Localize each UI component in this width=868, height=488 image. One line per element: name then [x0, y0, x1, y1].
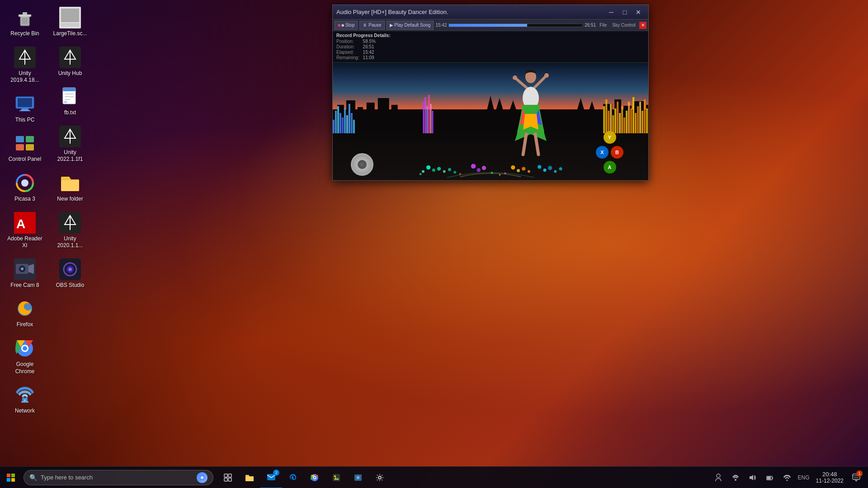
desktop-icon-adobe-reader[interactable]: A Adobe Reader XI — [5, 210, 45, 252]
svg-rect-149 — [7, 474, 10, 477]
progress-bar-container[interactable] — [448, 23, 583, 27]
svg-point-31 — [23, 346, 27, 351]
battery-icon — [766, 474, 774, 481]
desktop-icon-control-panel[interactable]: Control Panel — [5, 130, 45, 165]
folder-icon — [245, 474, 254, 482]
progress-area: 15:42 26:51 — [435, 23, 596, 28]
icon-label-recycle-bin: Recycle Bin — [10, 30, 39, 38]
close-button[interactable]: ✕ — [632, 7, 645, 17]
desktop-icon-free-cam-8[interactable]: Free Cam 8 — [5, 256, 45, 291]
svg-rect-156 — [228, 474, 231, 477]
settings-taskbar-button[interactable] — [369, 467, 391, 488]
svg-rect-85 — [342, 117, 344, 133]
svg-rect-151 — [7, 478, 10, 482]
desktop-icon-google-chrome[interactable]: Google Chrome — [5, 335, 45, 377]
player-toolbar: ■ ■ Stop ⏸ Pause ▶ Play Default Song 15:… — [333, 19, 648, 31]
tray-battery-icon[interactable] — [762, 467, 778, 488]
desktop-icon-picasa[interactable]: Picasa 3 — [5, 170, 45, 205]
search-placeholder-text: Type here to search — [41, 474, 197, 481]
tray-people-icon[interactable] — [710, 467, 726, 488]
mail-taskbar-button[interactable]: 2 — [260, 467, 282, 488]
audio-player-window: Audio Player [HD+] Beauty Dancer Edition… — [332, 5, 649, 181]
minimize-button[interactable]: ─ — [605, 7, 618, 17]
edge-taskbar-button[interactable] — [282, 467, 304, 488]
svg-point-19 — [21, 179, 28, 187]
ground-elements-svg — [349, 125, 632, 178]
photo-taskbar-button[interactable] — [347, 467, 369, 488]
volume-icon — [749, 474, 756, 481]
notification-center-button[interactable]: 1 — [848, 467, 864, 488]
icon-label-picasa: Picasa 3 — [14, 196, 35, 203]
chrome-taskbar-icon — [310, 473, 319, 482]
svg-rect-163 — [333, 474, 340, 481]
svg-point-127 — [422, 170, 425, 173]
game-btn-x[interactable]: X — [596, 146, 609, 159]
svg-point-126 — [432, 169, 435, 172]
svg-text:txt: txt — [64, 100, 67, 103]
tray-wifi-icon[interactable] — [779, 467, 795, 488]
stop-button[interactable]: ■ ■ Stop — [335, 21, 358, 30]
desktop-icon-unity-2019[interactable]: Unity 2019.4.18... — [5, 44, 45, 86]
camera-control-button[interactable] — [351, 153, 373, 176]
record-progress-details: Record Progress Details: Position: 58.5%… — [333, 31, 648, 63]
language-indicator[interactable]: ENG — [796, 474, 811, 481]
svg-rect-11 — [18, 98, 32, 107]
play-button[interactable]: ▶ Play Default Song — [387, 21, 434, 30]
svg-point-154 — [201, 476, 203, 479]
notification-badge: 1 — [856, 470, 863, 477]
desktop-icon-firefox[interactable]: Firefox — [5, 296, 45, 331]
icon-label-adobe-reader: Adobe Reader XI — [7, 235, 43, 249]
desktop-icon-large-tile[interactable]: LargeTile.sc... — [50, 5, 90, 40]
maximize-button[interactable]: □ — [618, 7, 631, 17]
svg-rect-12 — [21, 108, 28, 110]
svg-text:A: A — [16, 217, 25, 231]
icon-label-control-panel: Control Panel — [9, 156, 42, 163]
system-clock[interactable]: 20:48 11-12-2022 — [812, 467, 847, 488]
taskbar-apps: 2 — [215, 467, 707, 488]
toolbar-close-x[interactable]: ✕ — [639, 22, 646, 29]
search-bar[interactable]: 🔍 Type here to search — [24, 470, 213, 485]
remaining-value: 11:09 — [363, 55, 379, 61]
task-view-button[interactable] — [217, 467, 239, 488]
svg-point-140 — [538, 165, 541, 169]
icon-label-new-folder: New folder — [57, 196, 83, 203]
chrome-taskbar-button[interactable] — [304, 467, 326, 488]
svg-rect-81 — [333, 120, 335, 133]
desktop-icon-this-pc[interactable]: This PC — [5, 91, 45, 126]
game-btn-y[interactable]: Y — [604, 131, 616, 144]
start-button[interactable] — [0, 467, 22, 488]
desktop-icon-recycle-bin[interactable]: Recycle Bin — [5, 5, 45, 40]
desktop-icon-fb-txt[interactable]: txt fb.txt — [50, 84, 90, 119]
pause-button[interactable]: ⏸ Pause — [359, 21, 384, 30]
tray-network-icon[interactable] — [727, 467, 744, 488]
desktop-icon-new-folder[interactable]: New folder — [50, 170, 90, 205]
game-btn-a[interactable]: A — [604, 161, 616, 174]
svg-point-168 — [378, 476, 381, 479]
svg-rect-37 — [61, 23, 79, 27]
svg-rect-36 — [61, 9, 79, 22]
icon-label-large-tile: LargeTile.sc... — [53, 30, 87, 38]
svg-rect-113 — [639, 102, 641, 133]
svg-marker-171 — [750, 475, 753, 480]
desktop-icon-unity-2020[interactable]: Unity 2020.1.1... — [50, 210, 90, 252]
svg-point-144 — [559, 167, 562, 170]
position-label: Position: — [336, 39, 363, 44]
stop-icon: ■ — [338, 23, 340, 28]
tray-volume-icon[interactable] — [745, 467, 761, 488]
total-time: 26:51 — [585, 23, 596, 28]
desktop-icon-network[interactable]: Network — [5, 382, 45, 417]
desktop-icon-unity-hub[interactable]: Unity Hub — [50, 44, 90, 80]
desktop-icons-container: Recycle Bin Unity 2019.4.18... — [5, 5, 149, 434]
photo-icon — [354, 473, 363, 482]
desktop-icon-obs-studio[interactable]: OBS Studio — [50, 256, 90, 291]
sketchbook-taskbar-button[interactable] — [326, 467, 347, 488]
edge-icon — [288, 473, 297, 482]
file-explorer-taskbar-button[interactable] — [239, 467, 260, 488]
desktop-icon-unity-2022[interactable]: Unity 2022.1.1f1 — [50, 123, 90, 165]
elapsed-value: 15:42 — [363, 50, 379, 55]
duration-label: Duration: — [336, 44, 363, 50]
svg-rect-1 — [19, 14, 31, 17]
task-view-icon — [224, 474, 232, 482]
game-btn-b[interactable]: B — [611, 146, 623, 159]
svg-rect-82 — [335, 111, 337, 133]
